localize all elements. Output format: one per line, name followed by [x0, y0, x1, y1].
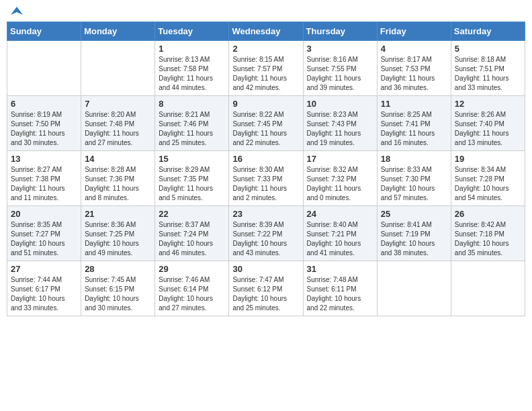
day-number: 9 — [232, 99, 299, 109]
day-number: 14 — [85, 154, 151, 164]
calendar-cell: 8Sunrise: 8:21 AMSunset: 7:46 PMDaylight… — [155, 96, 229, 151]
calendar-cell — [451, 261, 525, 316]
calendar-week-row: 1Sunrise: 8:13 AMSunset: 7:58 PMDaylight… — [7, 41, 525, 96]
cell-info: Sunrise: 7:45 AMSunset: 6:15 PMDaylight:… — [85, 275, 151, 313]
cell-info: Sunrise: 8:21 AMSunset: 7:46 PMDaylight:… — [159, 110, 225, 148]
day-number: 12 — [455, 99, 521, 109]
day-number: 4 — [381, 44, 447, 54]
calendar-cell: 28Sunrise: 7:45 AMSunset: 6:15 PMDayligh… — [81, 261, 155, 316]
logo — [9, 7, 23, 17]
calendar-week-row: 6Sunrise: 8:19 AMSunset: 7:50 PMDaylight… — [7, 96, 525, 151]
calendar-cell: 24Sunrise: 8:40 AMSunset: 7:21 PMDayligh… — [303, 206, 377, 261]
cell-info: Sunrise: 8:36 AMSunset: 7:25 PMDaylight:… — [85, 220, 151, 258]
cell-info: Sunrise: 8:37 AMSunset: 7:24 PMDaylight:… — [159, 220, 225, 258]
day-header: Saturday — [451, 22, 525, 41]
calendar-cell: 27Sunrise: 7:44 AMSunset: 6:17 PMDayligh… — [7, 261, 81, 316]
day-number: 18 — [381, 154, 447, 164]
cell-info: Sunrise: 8:18 AMSunset: 7:51 PMDaylight:… — [455, 55, 521, 93]
cell-info: Sunrise: 8:23 AMSunset: 7:43 PMDaylight:… — [307, 110, 373, 148]
calendar-cell: 20Sunrise: 8:35 AMSunset: 7:27 PMDayligh… — [7, 206, 81, 261]
calendar-cell — [7, 41, 81, 96]
calendar-cell: 11Sunrise: 8:25 AMSunset: 7:41 PMDayligh… — [377, 96, 451, 151]
cell-info: Sunrise: 8:17 AMSunset: 7:53 PMDaylight:… — [381, 55, 447, 93]
day-number: 15 — [159, 154, 225, 164]
calendar-cell — [377, 261, 451, 316]
calendar-week-row: 20Sunrise: 8:35 AMSunset: 7:27 PMDayligh… — [7, 206, 525, 261]
day-number: 24 — [307, 209, 373, 219]
calendar-cell: 29Sunrise: 7:46 AMSunset: 6:14 PMDayligh… — [155, 261, 229, 316]
header — [7, 7, 525, 17]
calendar-cell: 31Sunrise: 7:48 AMSunset: 6:11 PMDayligh… — [303, 261, 377, 316]
cell-info: Sunrise: 8:16 AMSunset: 7:55 PMDaylight:… — [307, 55, 373, 93]
cell-info: Sunrise: 8:25 AMSunset: 7:41 PMDaylight:… — [381, 110, 447, 148]
cell-info: Sunrise: 8:22 AMSunset: 7:45 PMDaylight:… — [232, 110, 299, 148]
day-header: Wednesday — [229, 22, 303, 41]
calendar-cell: 16Sunrise: 8:30 AMSunset: 7:33 PMDayligh… — [229, 151, 303, 206]
cell-info: Sunrise: 8:42 AMSunset: 7:18 PMDaylight:… — [455, 220, 521, 258]
calendar-cell — [81, 41, 155, 96]
calendar-week-row: 27Sunrise: 7:44 AMSunset: 6:17 PMDayligh… — [7, 261, 525, 316]
day-number: 29 — [159, 264, 225, 274]
cell-info: Sunrise: 8:29 AMSunset: 7:35 PMDaylight:… — [159, 165, 225, 203]
cell-info: Sunrise: 7:48 AMSunset: 6:11 PMDaylight:… — [307, 275, 373, 313]
calendar-cell: 7Sunrise: 8:20 AMSunset: 7:48 PMDaylight… — [81, 96, 155, 151]
day-header: Monday — [81, 22, 155, 41]
calendar-cell: 3Sunrise: 8:16 AMSunset: 7:55 PMDaylight… — [303, 41, 377, 96]
day-number: 10 — [307, 99, 373, 109]
cell-info: Sunrise: 7:47 AMSunset: 6:12 PMDaylight:… — [232, 275, 299, 313]
cell-info: Sunrise: 8:35 AMSunset: 7:27 PMDaylight:… — [11, 220, 77, 258]
day-header: Tuesday — [155, 22, 229, 41]
day-number: 1 — [159, 44, 225, 54]
day-number: 17 — [307, 154, 373, 164]
calendar-cell: 19Sunrise: 8:34 AMSunset: 7:28 PMDayligh… — [451, 151, 525, 206]
cell-info: Sunrise: 7:44 AMSunset: 6:17 PMDaylight:… — [11, 275, 77, 313]
day-number: 2 — [232, 44, 299, 54]
day-number: 13 — [11, 154, 77, 164]
calendar-cell: 26Sunrise: 8:42 AMSunset: 7:18 PMDayligh… — [451, 206, 525, 261]
calendar-cell: 10Sunrise: 8:23 AMSunset: 7:43 PMDayligh… — [303, 96, 377, 151]
cell-info: Sunrise: 8:32 AMSunset: 7:32 PMDaylight:… — [307, 165, 373, 203]
logo-bird-icon — [11, 5, 23, 17]
cell-info: Sunrise: 8:34 AMSunset: 7:28 PMDaylight:… — [455, 165, 521, 203]
calendar-cell: 6Sunrise: 8:19 AMSunset: 7:50 PMDaylight… — [7, 96, 81, 151]
cell-info: Sunrise: 7:46 AMSunset: 6:14 PMDaylight:… — [159, 275, 225, 313]
calendar-cell: 13Sunrise: 8:27 AMSunset: 7:38 PMDayligh… — [7, 151, 81, 206]
calendar-cell: 23Sunrise: 8:39 AMSunset: 7:22 PMDayligh… — [229, 206, 303, 261]
calendar-cell: 5Sunrise: 8:18 AMSunset: 7:51 PMDaylight… — [451, 41, 525, 96]
day-number: 31 — [307, 264, 373, 274]
cell-info: Sunrise: 8:41 AMSunset: 7:19 PMDaylight:… — [381, 220, 447, 258]
day-number: 19 — [455, 154, 521, 164]
cell-info: Sunrise: 8:40 AMSunset: 7:21 PMDaylight:… — [307, 220, 373, 258]
cell-info: Sunrise: 8:39 AMSunset: 7:22 PMDaylight:… — [232, 220, 299, 258]
day-number: 25 — [381, 209, 447, 219]
day-header: Sunday — [7, 22, 81, 41]
day-number: 3 — [307, 44, 373, 54]
calendar-cell: 4Sunrise: 8:17 AMSunset: 7:53 PMDaylight… — [377, 41, 451, 96]
calendar-cell: 2Sunrise: 8:15 AMSunset: 7:57 PMDaylight… — [229, 41, 303, 96]
cell-info: Sunrise: 8:15 AMSunset: 7:57 PMDaylight:… — [232, 55, 299, 93]
cell-info: Sunrise: 8:30 AMSunset: 7:33 PMDaylight:… — [232, 165, 299, 203]
cell-info: Sunrise: 8:13 AMSunset: 7:58 PMDaylight:… — [159, 55, 225, 93]
svg-marker-0 — [11, 7, 23, 15]
day-number: 8 — [159, 99, 225, 109]
calendar: SundayMondayTuesdayWednesdayThursdayFrid… — [7, 21, 525, 316]
calendar-cell: 18Sunrise: 8:33 AMSunset: 7:30 PMDayligh… — [377, 151, 451, 206]
calendar-cell: 9Sunrise: 8:22 AMSunset: 7:45 PMDaylight… — [229, 96, 303, 151]
day-number: 30 — [232, 264, 299, 274]
day-number: 27 — [11, 264, 77, 274]
day-number: 26 — [455, 209, 521, 219]
day-number: 22 — [159, 209, 225, 219]
calendar-cell: 15Sunrise: 8:29 AMSunset: 7:35 PMDayligh… — [155, 151, 229, 206]
calendar-cell: 14Sunrise: 8:28 AMSunset: 7:36 PMDayligh… — [81, 151, 155, 206]
cell-info: Sunrise: 8:19 AMSunset: 7:50 PMDaylight:… — [11, 110, 77, 148]
calendar-cell: 30Sunrise: 7:47 AMSunset: 6:12 PMDayligh… — [229, 261, 303, 316]
day-number: 28 — [85, 264, 151, 274]
calendar-week-row: 13Sunrise: 8:27 AMSunset: 7:38 PMDayligh… — [7, 151, 525, 206]
day-number: 20 — [11, 209, 77, 219]
day-number: 16 — [232, 154, 299, 164]
day-header: Friday — [377, 22, 451, 41]
calendar-cell: 22Sunrise: 8:37 AMSunset: 7:24 PMDayligh… — [155, 206, 229, 261]
calendar-header-row: SundayMondayTuesdayWednesdayThursdayFrid… — [7, 22, 525, 41]
calendar-cell: 1Sunrise: 8:13 AMSunset: 7:58 PMDaylight… — [155, 41, 229, 96]
cell-info: Sunrise: 8:26 AMSunset: 7:40 PMDaylight:… — [455, 110, 521, 148]
